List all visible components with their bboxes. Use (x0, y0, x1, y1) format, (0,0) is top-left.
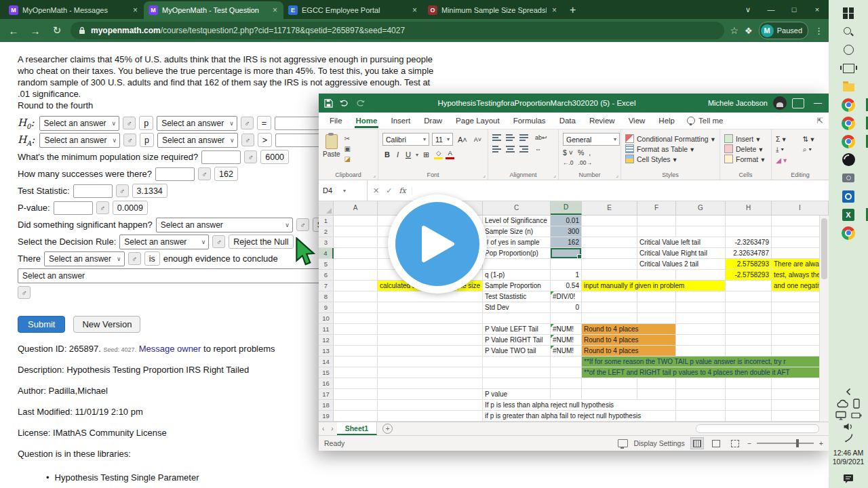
new-tab-button[interactable]: + (570, 4, 576, 16)
camera-icon[interactable] (829, 169, 868, 187)
cell-C9[interactable]: Std Dev (483, 302, 551, 313)
row-header-8[interactable]: 8 (319, 291, 334, 302)
show-answer-icon[interactable]: ♂ (96, 201, 109, 214)
cell-A9[interactable] (334, 302, 378, 313)
cell-D9[interactable]: 0 (551, 302, 582, 313)
row-header-9[interactable]: 9 (319, 302, 334, 313)
find-select-icon[interactable]: ⌕ ▾ (803, 145, 825, 154)
cell-B8[interactable] (378, 291, 483, 302)
cell-F9[interactable] (637, 302, 676, 313)
teststat-input[interactable] (73, 184, 113, 198)
column-header-C[interactable]: C (483, 201, 551, 215)
bold-button[interactable]: B (382, 150, 392, 159)
cell-H13[interactable] (726, 346, 772, 357)
cell-A18[interactable] (334, 400, 378, 411)
row-header-15[interactable]: 15 (319, 367, 334, 378)
percent-format-icon[interactable]: % (578, 148, 584, 157)
cell-D11[interactable]: #NUM! (551, 324, 582, 335)
cell-E16[interactable] (582, 378, 637, 389)
ha-left-select[interactable]: Select an answer∨ (39, 133, 120, 148)
share-icon[interactable]: ⇱ (817, 117, 823, 125)
chrome-icon-3[interactable] (829, 132, 868, 150)
show-answer-icon[interactable]: ♂ (116, 184, 129, 197)
excel-icon[interactable]: X (829, 205, 868, 224)
delete-cells-button[interactable]: Delete▾ (724, 144, 767, 153)
message-owner-link[interactable]: Message owner (139, 344, 201, 354)
tell-me[interactable]: Tell me (687, 117, 723, 125)
page-break-view-button[interactable] (728, 437, 742, 449)
cell-E9[interactable] (582, 302, 637, 313)
cell-G18[interactable] (676, 400, 726, 411)
successes-input[interactable] (155, 167, 195, 181)
cell-C7[interactable]: Sample Proportion (483, 281, 551, 291)
cell-D12[interactable]: #NUM! (551, 335, 582, 346)
vertical-scrollbar[interactable] (819, 216, 829, 422)
cell-C2[interactable]: Sample Size (n) (483, 226, 551, 237)
zoom-slider-handle[interactable] (796, 439, 799, 447)
cell-E11[interactable]: Round to 4 places (582, 324, 676, 335)
browser-tab[interactable]: EEGCC Employee Portal× (283, 1, 423, 19)
cell-D4[interactable] (551, 248, 582, 259)
cell-G8[interactable] (676, 291, 726, 302)
cell-D13[interactable]: #NUM! (551, 346, 582, 357)
forward-icon[interactable]: → (27, 25, 43, 37)
cortana-button[interactable] (829, 41, 868, 59)
sheet-nav-left-icon[interactable]: ‹ (319, 425, 328, 432)
cell-F4[interactable]: Critical Value Right tail (637, 248, 726, 259)
cell-G13[interactable] (676, 346, 726, 357)
enter-icon[interactable]: ✓ (386, 186, 392, 195)
row-header-2[interactable]: 2 (319, 226, 334, 237)
row-header-19[interactable]: 19 (319, 411, 334, 422)
dark-app-icon[interactable] (829, 150, 868, 169)
dialog-launcher-icon[interactable]: ⌟ (483, 172, 486, 178)
cell-C14[interactable] (483, 357, 551, 367)
clear-icon[interactable]: ◢ ▾ (776, 156, 797, 164)
add-sheet-icon[interactable]: + (382, 424, 393, 434)
cell-G19[interactable] (676, 411, 726, 422)
extensions-icon[interactable]: ❖ (745, 26, 753, 36)
column-header-G[interactable]: G (676, 201, 726, 215)
minpop-input[interactable] (201, 150, 241, 164)
browser-tab[interactable]: OMinimum Sample Size Spreadsh× (423, 1, 563, 19)
close-button[interactable]: × (806, 0, 829, 19)
cell-H11[interactable] (726, 324, 772, 335)
row-header-18[interactable]: 18 (319, 400, 334, 411)
cell-G10[interactable] (676, 313, 726, 324)
increase-decimal-icon[interactable]: ←.0 (563, 159, 574, 166)
row-header-17[interactable]: 17 (319, 389, 334, 400)
cell-B19[interactable] (378, 411, 483, 422)
sheet-tab-sheet1[interactable]: Sheet1 (337, 422, 377, 435)
cell-E14[interactable]: **If for some reason the TWO TAIL p valu… (582, 357, 829, 367)
page-layout-view-button[interactable] (709, 437, 723, 449)
video-play-overlay[interactable] (388, 195, 487, 293)
cell-C8[interactable]: Test Stastistic (483, 291, 551, 302)
cell-E13[interactable]: Round to 4 places (582, 346, 676, 357)
cell-G12[interactable] (676, 335, 726, 346)
cell-H6[interactable]: -2.5758293 (726, 270, 772, 281)
name-box[interactable]: D4▾ (319, 180, 368, 201)
show-answer-icon[interactable]: ♂ (18, 286, 31, 299)
cell-C5[interactable] (483, 259, 551, 270)
cell-D15[interactable] (551, 367, 582, 378)
cell-C16[interactable] (483, 378, 551, 389)
cell-E5[interactable] (582, 259, 637, 270)
restore-button[interactable]: □ (783, 0, 806, 19)
font-color-icon[interactable]: A (446, 150, 454, 159)
ribbon-tab-file[interactable]: File (323, 114, 349, 127)
cell-D17[interactable] (551, 389, 582, 400)
cell-F3[interactable]: Critical Value left tail (637, 237, 726, 248)
cell-D1[interactable]: 0.01 (551, 216, 582, 226)
cell-E8[interactable] (582, 291, 637, 302)
cell-A15[interactable] (334, 367, 378, 378)
excel-title-bar[interactable]: HypothesisTestingforaProportionMarch3020… (319, 94, 829, 113)
align-right-icon[interactable] (519, 146, 528, 152)
row-header-12[interactable]: 12 (319, 335, 334, 346)
task-view-button[interactable] (829, 59, 868, 77)
back-icon[interactable]: ← (5, 25, 22, 37)
conditional-formatting-button[interactable]: Conditional Formatting▾ (625, 134, 715, 143)
cell-B9[interactable] (378, 302, 483, 313)
show-answer-icon[interactable]: ♂ (296, 218, 309, 231)
chrome-icon-4[interactable] (829, 224, 868, 242)
pvalue-input[interactable] (54, 201, 93, 215)
zoom-out-icon[interactable]: − (747, 439, 751, 447)
